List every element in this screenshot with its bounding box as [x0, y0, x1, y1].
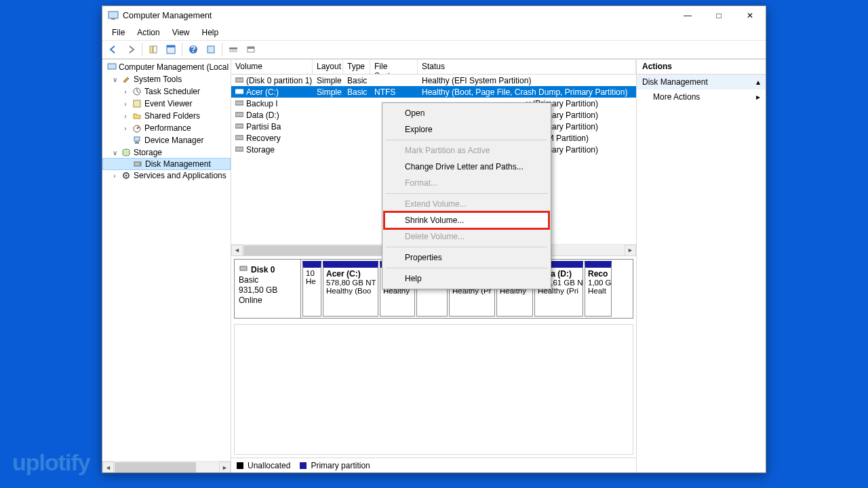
legend-unallocated: Unallocated	[248, 461, 290, 470]
minimize-button[interactable]: —	[672, 6, 703, 25]
scroll-left-button[interactable]: ◄	[102, 462, 114, 472]
scroll-thumb[interactable]	[115, 462, 196, 472]
volume-row[interactable]: (Disk 0 partition 1)SimpleBasicHealthy (…	[231, 75, 636, 86]
toolbar-separator	[142, 43, 142, 56]
tree-root[interactable]: Computer Management (Local	[102, 61, 231, 73]
menu-view[interactable]: View	[167, 26, 195, 39]
svg-rect-28	[235, 124, 243, 128]
expand-icon[interactable]: ›	[111, 172, 119, 180]
tree-shared-folders[interactable]: ›Shared Folders	[102, 110, 231, 122]
scroll-right-button[interactable]: ►	[219, 462, 231, 472]
disk-icon	[132, 159, 143, 169]
col-filesystem[interactable]: File System	[370, 60, 418, 74]
volume-block[interactable]: Acer (C:)578,80 GB NTHealthy (Boo	[323, 261, 378, 317]
view-bottom-button[interactable]	[243, 42, 259, 57]
svg-rect-31	[240, 266, 247, 270]
column-headers: Volume Layout Type File System Status	[231, 60, 636, 75]
svg-rect-12	[248, 47, 254, 49]
volume-icon	[235, 145, 245, 155]
menu-action[interactable]: Action	[132, 26, 165, 39]
svg-rect-15	[134, 100, 140, 107]
volume-block[interactable]: Reco1,00 GHealt	[585, 261, 612, 317]
svg-rect-18	[135, 142, 139, 144]
maximize-button[interactable]: □	[703, 6, 734, 25]
svg-rect-3	[153, 46, 157, 53]
volume-icon	[235, 122, 245, 131]
disk-kind: Basic	[239, 275, 296, 285]
action-disk-management[interactable]: Disk Management▴	[637, 75, 766, 89]
ctx-separator	[386, 193, 547, 194]
ctx-change-letter[interactable]: Change Drive Letter and Paths...	[384, 159, 549, 175]
expand-icon[interactable]: ›	[121, 113, 130, 120]
svg-rect-27	[235, 113, 243, 117]
scroll-left-button[interactable]: ◄	[231, 245, 243, 256]
context-menu: Open Explore Mark Partition as Active Ch…	[382, 102, 551, 289]
volume-block[interactable]: 10He	[302, 261, 321, 317]
svg-text:?: ?	[191, 45, 195, 54]
close-button[interactable]: ✕	[734, 6, 766, 25]
ctx-help[interactable]: Help	[384, 270, 549, 287]
svg-rect-17	[134, 137, 140, 141]
expand-icon[interactable]: ›	[121, 100, 130, 108]
expand-icon[interactable]: ›	[121, 125, 130, 132]
ctx-properties[interactable]: Properties	[384, 249, 549, 266]
tree-device-manager[interactable]: Device Manager	[102, 134, 231, 146]
titlebar[interactable]: Computer Management — □ ✕	[102, 6, 766, 25]
tree-event-viewer[interactable]: ›Event Viewer	[102, 98, 231, 110]
tree-services[interactable]: ›Services and Applications	[102, 169, 231, 182]
col-volume[interactable]: Volume	[231, 60, 313, 74]
ctx-open[interactable]: Open	[384, 105, 549, 121]
window-title: Computer Management	[123, 11, 672, 20]
tree-storage[interactable]: ∨Storage	[102, 146, 231, 159]
svg-rect-5	[167, 45, 175, 47]
tree-performance[interactable]: ›Performance	[102, 122, 231, 134]
refresh-button[interactable]	[203, 42, 219, 57]
col-status[interactable]: Status	[418, 60, 636, 74]
device-icon	[132, 135, 142, 146]
scroll-track[interactable]	[114, 462, 219, 472]
expand-icon[interactable]: ›	[121, 88, 130, 96]
toolbar: ?	[102, 40, 766, 59]
disk-state: Online	[239, 296, 296, 305]
ctx-explore[interactable]: Explore	[384, 121, 549, 138]
svg-point-23	[125, 175, 127, 177]
ctx-separator	[386, 140, 547, 140]
empty-area	[234, 324, 633, 455]
expand-icon[interactable]: ∨	[111, 76, 119, 83]
ctx-shrink-volume[interactable]: Shrink Volume...	[384, 212, 549, 228]
view-top-button[interactable]	[225, 42, 241, 57]
svg-rect-24	[235, 78, 243, 82]
tree-task-scheduler[interactable]: ›Task Scheduler	[102, 85, 231, 98]
tools-icon	[121, 74, 132, 85]
window-controls: — □ ✕	[672, 6, 766, 25]
col-layout[interactable]: Layout	[313, 60, 343, 74]
ctx-extend-volume: Extend Volume...	[384, 196, 549, 212]
properties-button[interactable]	[163, 42, 179, 57]
help-button[interactable]: ?	[185, 42, 201, 57]
menu-file[interactable]: File	[106, 26, 130, 39]
svg-rect-0	[108, 12, 118, 18]
menu-help[interactable]: Help	[197, 26, 224, 39]
tree-system-tools[interactable]: ∨System Tools	[102, 73, 231, 85]
show-hide-tree-button[interactable]	[145, 42, 161, 57]
volume-icon	[235, 76, 245, 85]
action-more-actions[interactable]: More Actions▸	[637, 89, 766, 104]
volume-icon	[235, 99, 245, 108]
col-type[interactable]: Type	[343, 60, 370, 74]
volume-row[interactable]: Acer (C:)SimpleBasicNTFSHealthy (Boot, P…	[231, 86, 636, 98]
volume-icon	[235, 134, 245, 143]
legend-primary: Primary partition	[311, 461, 370, 470]
watermark: uplotify	[12, 449, 90, 476]
back-button[interactable]	[105, 42, 121, 57]
toolbar-separator	[222, 43, 222, 56]
ctx-separator	[386, 268, 547, 268]
tree-disk-management[interactable]: Disk Management	[102, 158, 231, 170]
tree-pane[interactable]: Computer Management (Local ∨System Tools…	[102, 60, 231, 472]
ctx-delete-volume: Delete Volume...	[384, 228, 549, 245]
storage-icon	[121, 147, 132, 158]
svg-rect-13	[108, 64, 116, 69]
expand-icon[interactable]: ∨	[111, 149, 119, 157]
forward-button[interactable]	[123, 42, 139, 57]
svg-rect-1	[111, 18, 115, 20]
scroll-right-button[interactable]: ►	[625, 245, 636, 256]
